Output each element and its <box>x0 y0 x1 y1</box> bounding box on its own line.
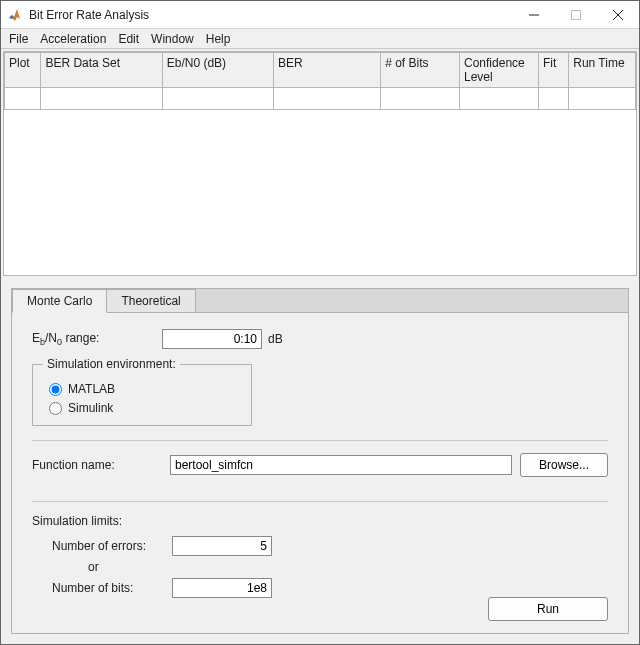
function-name-input[interactable] <box>170 455 512 475</box>
table-header-row: Plot BER Data Set Eb/N0 (dB) BER # of Bi… <box>5 53 636 88</box>
num-bits-input[interactable] <box>172 578 272 598</box>
tab-strip: Monte Carlo Theoretical <box>12 289 628 313</box>
table-empty-area <box>4 110 636 275</box>
titlebar: Bit Error Rate Analysis <box>1 1 639 29</box>
close-button[interactable] <box>597 1 639 28</box>
col-runtime[interactable]: Run Time <box>569 53 636 88</box>
menu-help[interactable]: Help <box>202 31 235 47</box>
or-label: or <box>88 560 99 574</box>
menu-acceleration[interactable]: Acceleration <box>36 31 110 47</box>
menu-file[interactable]: File <box>5 31 32 47</box>
radio-matlab-label: MATLAB <box>68 382 115 396</box>
browse-button[interactable]: Browse... <box>520 453 608 477</box>
col-fit[interactable]: Fit <box>538 53 568 88</box>
ebn0-range-label: Eb/N0 range: <box>32 331 162 347</box>
simulation-environment-legend: Simulation environment: <box>43 357 180 371</box>
ebn0-range-row: Eb/N0 range: dB <box>32 329 608 349</box>
col-plot[interactable]: Plot <box>5 53 41 88</box>
tab-container: Monte Carlo Theoretical Eb/N0 range: dB … <box>11 288 629 634</box>
radio-row-simulink: Simulink <box>49 401 241 415</box>
menu-edit[interactable]: Edit <box>114 31 143 47</box>
menubar: File Acceleration Edit Window Help <box>1 29 639 49</box>
num-errors-label: Number of errors: <box>52 539 172 553</box>
radio-row-matlab: MATLAB <box>49 382 241 396</box>
results-table[interactable]: Plot BER Data Set Eb/N0 (dB) BER # of Bi… <box>4 52 636 110</box>
num-errors-input[interactable] <box>172 536 272 556</box>
run-button[interactable]: Run <box>488 597 608 621</box>
app-window: Bit Error Rate Analysis File Acceleratio… <box>0 0 640 645</box>
separator-2 <box>32 501 608 502</box>
radio-simulink[interactable] <box>49 402 62 415</box>
separator-1 <box>32 440 608 441</box>
maximize-button[interactable] <box>555 1 597 28</box>
matlab-icon <box>7 7 23 23</box>
tab-theoretical[interactable]: Theoretical <box>106 289 195 313</box>
or-row: or <box>52 560 608 574</box>
run-row: Run <box>488 597 608 621</box>
simulation-environment-group: Simulation environment: MATLAB Simulink <box>32 357 252 426</box>
num-bits-label: Number of bits: <box>52 581 172 595</box>
function-name-row: Function name: Browse... <box>32 453 608 477</box>
table-row[interactable] <box>5 88 636 110</box>
results-table-wrap: Plot BER Data Set Eb/N0 (dB) BER # of Bi… <box>3 51 637 276</box>
minimize-button[interactable] <box>513 1 555 28</box>
ebn0-range-input[interactable] <box>162 329 262 349</box>
window-title: Bit Error Rate Analysis <box>29 8 513 22</box>
function-name-label: Function name: <box>32 458 162 472</box>
col-ber-data-set[interactable]: BER Data Set <box>41 53 162 88</box>
menu-window[interactable]: Window <box>147 31 198 47</box>
col-ber[interactable]: BER <box>273 53 380 88</box>
col-ebn0[interactable]: Eb/N0 (dB) <box>162 53 273 88</box>
radio-simulink-label: Simulink <box>68 401 113 415</box>
svg-rect-1 <box>572 10 581 19</box>
tab-content-monte-carlo: Eb/N0 range: dB Simulation environment: … <box>12 312 628 633</box>
ebn0-unit: dB <box>268 332 283 346</box>
simulation-limits-label: Simulation limits: <box>32 514 608 528</box>
col-nbits[interactable]: # of Bits <box>381 53 460 88</box>
tab-monte-carlo[interactable]: Monte Carlo <box>12 289 107 313</box>
col-confidence[interactable]: Confidence Level <box>460 53 539 88</box>
num-bits-row: Number of bits: <box>52 578 608 598</box>
settings-panel: Monte Carlo Theoretical Eb/N0 range: dB … <box>1 278 639 644</box>
num-errors-row: Number of errors: <box>52 536 608 556</box>
window-controls <box>513 1 639 28</box>
radio-matlab[interactable] <box>49 383 62 396</box>
